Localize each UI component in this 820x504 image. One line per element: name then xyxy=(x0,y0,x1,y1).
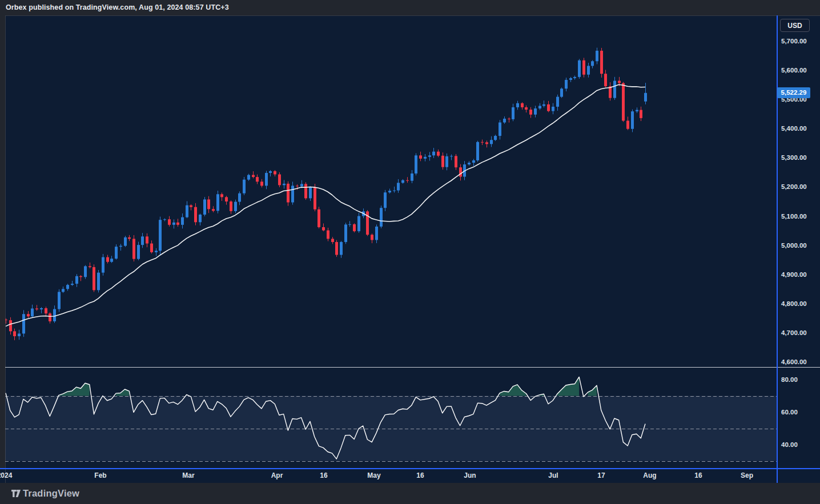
price-scale-border xyxy=(777,15,778,483)
price-pane-canvas[interactable] xyxy=(5,15,777,367)
rsi-axis-label: 80.00 xyxy=(781,376,798,383)
rsi-axis-label: 40.00 xyxy=(781,441,798,448)
currency-button[interactable]: USD xyxy=(780,19,810,32)
price-axis-label: 5,700.00 xyxy=(781,38,807,45)
tradingview-logo-icon[interactable] xyxy=(11,489,21,500)
pane-separator[interactable] xyxy=(5,367,820,368)
rsi-pane-canvas[interactable] xyxy=(5,368,777,468)
time-axis-label: 17 xyxy=(597,471,605,479)
price-axis-label: 5,300.00 xyxy=(781,154,807,161)
footer-bar: TradingView xyxy=(0,483,820,504)
price-axis-label: 5,200.00 xyxy=(781,183,807,190)
time-axis-label: Aug xyxy=(643,471,656,479)
rsi-axis-label: 60.00 xyxy=(781,409,798,416)
time-scale-border xyxy=(0,468,820,469)
time-axis-label: Mar xyxy=(182,471,194,479)
time-axis-label: Jun xyxy=(464,471,476,479)
time-axis-label: 16 xyxy=(320,471,327,479)
price-axis-label: 5,100.00 xyxy=(781,213,807,220)
publish-bar: Orbex published on TradingView.com, Aug … xyxy=(0,0,820,15)
price-axis-label: 4,900.00 xyxy=(781,271,807,278)
time-axis-label: 16 xyxy=(694,471,702,479)
price-axis-label: 5,400.00 xyxy=(781,125,807,132)
time-axis-label: Jul xyxy=(548,471,558,479)
price-axis-label: 4,700.00 xyxy=(781,329,807,336)
price-axis-label: 4,800.00 xyxy=(781,300,807,307)
time-axis-label: 16 xyxy=(416,471,424,479)
time-axis-label: 2024 xyxy=(0,471,12,479)
time-axis-label: Apr xyxy=(271,471,283,479)
price-axis-label: 5,600.00 xyxy=(781,67,807,74)
price-axis-label: 5,000.00 xyxy=(781,242,807,249)
time-axis-label: Sep xyxy=(741,471,753,479)
footer-brand[interactable]: TradingView xyxy=(23,488,79,499)
price-axis-label: 4,600.00 xyxy=(781,358,807,365)
published-chart-page: Orbex published on TradingView.com, Aug … xyxy=(0,0,820,504)
time-axis-label: Feb xyxy=(94,471,106,479)
time-axis-label: May xyxy=(367,471,380,479)
last-price-label: 5,522.29 xyxy=(777,87,810,98)
publish-text: Orbex published on TradingView.com, Aug … xyxy=(6,3,229,11)
